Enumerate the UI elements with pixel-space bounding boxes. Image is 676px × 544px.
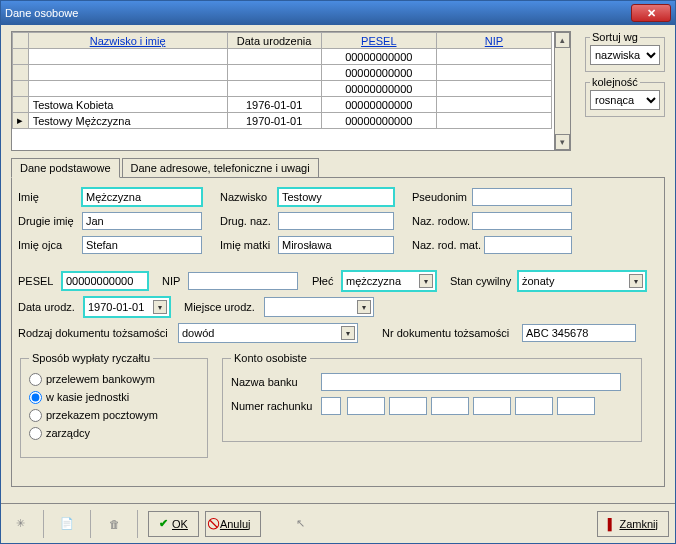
input-numerrach-5[interactable]: [473, 397, 511, 415]
input-numerrach-4[interactable]: [431, 397, 469, 415]
scroll-down-icon[interactable]: ▾: [555, 134, 570, 150]
sort-order-legend: kolejność: [590, 76, 640, 88]
tab-address[interactable]: Dane adresowe, telefoniczne i uwagi: [122, 158, 319, 178]
sort-order-group: kolejność rosnąca: [585, 76, 665, 117]
window: Dane osobowe ✕ Nazwisko i imię Data urod…: [0, 0, 676, 544]
input-nazrodow[interactable]: [472, 212, 572, 230]
table-row[interactable]: 00000000000: [13, 49, 552, 65]
tab-basic[interactable]: Dane podstawowe: [11, 158, 120, 178]
input-imie[interactable]: [82, 188, 202, 206]
radio-zarzadcy[interactable]: zarządcy: [29, 424, 199, 442]
input-drugieimie[interactable]: [82, 212, 202, 230]
window-title: Dane osobowe: [5, 7, 78, 19]
input-numerrach-2[interactable]: [347, 397, 385, 415]
label-nazwabanku: Nazwa banku: [231, 376, 321, 388]
select-rodzdok[interactable]: dowód▾: [178, 323, 358, 343]
label-imie: Imię: [18, 191, 82, 203]
cancel-button[interactable]: ⃠Anuluj: [205, 511, 262, 537]
label-stan: Stan cywilny: [450, 275, 518, 287]
select-plec[interactable]: mężczyzna▾: [342, 271, 436, 291]
ok-button[interactable]: ✔OK: [148, 511, 199, 537]
group-konto: Konto osobiste Nazwa banku Numer rachunk…: [222, 352, 642, 442]
cursor-icon: ↖: [287, 511, 313, 537]
close-action-button[interactable]: ▌Zamknij: [597, 511, 669, 537]
input-numerrach-6[interactable]: [515, 397, 553, 415]
label-imiematki: Imię matki: [220, 239, 278, 251]
chevron-down-icon: ▾: [419, 274, 433, 288]
table-row[interactable]: 00000000000: [13, 65, 552, 81]
label-nrdok: Nr dokumentu tożsamości: [382, 327, 522, 339]
input-nazwisko[interactable]: [278, 188, 394, 206]
new-icon[interactable]: ✳: [7, 511, 33, 537]
label-rodzdok: Rodzaj dokumentu tożsamości: [18, 327, 178, 339]
scroll-up-icon[interactable]: ▴: [555, 32, 570, 48]
content-area: Nazwisko i imię Data urodzenia PESEL NIP…: [1, 25, 675, 543]
table-row[interactable]: 00000000000: [13, 81, 552, 97]
table-row[interactable]: Testowa Kobieta1976-01-0100000000000: [13, 97, 552, 113]
label-miejsceurodz: Miejsce urodz.: [184, 301, 264, 313]
toolbar: ✳ 📄 🗑 ✔OK ⃠Anuluj ↖ ▌Zamknij: [1, 503, 675, 543]
input-nrdok[interactable]: [522, 324, 636, 342]
label-drugieimie: Drugie imię: [18, 215, 82, 227]
chevron-down-icon: ▾: [629, 274, 643, 288]
label-nip: NIP: [162, 275, 188, 287]
label-drugnaz: Drug. naz.: [220, 215, 278, 227]
label-imieojca: Imię ojca: [18, 239, 82, 251]
col-dob[interactable]: Data urodzenia: [227, 33, 321, 49]
sort-panel: Sortuj wg nazwiska kolejność rosnąca: [585, 31, 665, 121]
radio-przekaz[interactable]: przekazem pocztowym: [29, 406, 199, 424]
sort-by-group: Sortuj wg nazwiska: [585, 31, 665, 72]
tab-panel-basic: Imię Nazwisko Pseudonim Drugie imię Drug…: [11, 177, 665, 487]
input-pesel[interactable]: [62, 272, 148, 290]
copy-icon[interactable]: 📄: [54, 511, 80, 537]
legend-konto: Konto osobiste: [231, 352, 310, 364]
input-nazrodmat[interactable]: [484, 236, 572, 254]
chevron-down-icon: ▾: [357, 300, 371, 314]
check-icon: ✔: [159, 517, 168, 530]
grid-scrollbar[interactable]: ▴ ▾: [554, 32, 570, 150]
radio-kasa[interactable]: w kasie jednostki: [29, 388, 199, 406]
close-button[interactable]: ✕: [631, 4, 671, 22]
door-icon: ▌: [608, 518, 616, 530]
input-nazwabanku[interactable]: [321, 373, 621, 391]
select-stan[interactable]: żonaty▾: [518, 271, 646, 291]
input-imieojca[interactable]: [82, 236, 202, 254]
input-pseudonim[interactable]: [472, 188, 572, 206]
input-numerrach-3[interactable]: [389, 397, 427, 415]
date-dataurodz[interactable]: 1970-01-01▾: [84, 297, 170, 317]
select-miejsceurodz[interactable]: ▾: [264, 297, 374, 317]
col-pesel[interactable]: PESEL: [361, 35, 396, 47]
label-pesel: PESEL: [18, 275, 62, 287]
chevron-down-icon: ▾: [153, 300, 167, 314]
input-drugnaz[interactable]: [278, 212, 394, 230]
legend-sposob: Sposób wypłaty ryczałtu: [29, 352, 153, 364]
row-indicator-icon: ▸: [13, 113, 29, 129]
data-grid[interactable]: Nazwisko i imię Data urodzenia PESEL NIP…: [11, 31, 571, 151]
input-nip[interactable]: [188, 272, 298, 290]
titlebar: Dane osobowe ✕: [1, 1, 675, 25]
grid-corner: [13, 33, 29, 49]
delete-icon[interactable]: 🗑: [101, 511, 127, 537]
input-numerrach-1[interactable]: [321, 397, 341, 415]
label-pseudonim: Pseudonim: [412, 191, 472, 203]
sort-order-select[interactable]: rosnąca: [590, 90, 660, 110]
tabstrip: Dane podstawowe Dane adresowe, telefonic…: [11, 157, 321, 177]
label-dataurodz: Data urodz.: [18, 301, 84, 313]
label-plec: Płeć: [312, 275, 342, 287]
sort-by-legend: Sortuj wg: [590, 31, 640, 43]
group-sposob: Sposób wypłaty ryczałtu przelewem bankow…: [20, 352, 208, 458]
label-nazrodow: Naz. rodow.: [412, 215, 472, 227]
sort-by-select[interactable]: nazwiska: [590, 45, 660, 65]
chevron-down-icon: ▾: [341, 326, 355, 340]
label-nazwisko: Nazwisko: [220, 191, 278, 203]
label-numerrach: Numer rachunku: [231, 400, 321, 412]
label-nazrodmat: Naz. rod. mat.: [412, 239, 484, 251]
table-row[interactable]: ▸Testowy Mężczyzna1970-01-0100000000000: [13, 113, 552, 129]
col-nip[interactable]: NIP: [485, 35, 503, 47]
radio-przelew[interactable]: przelewem bankowym: [29, 370, 199, 388]
col-name[interactable]: Nazwisko i imię: [90, 35, 166, 47]
input-imiematki[interactable]: [278, 236, 394, 254]
input-numerrach-7[interactable]: [557, 397, 595, 415]
